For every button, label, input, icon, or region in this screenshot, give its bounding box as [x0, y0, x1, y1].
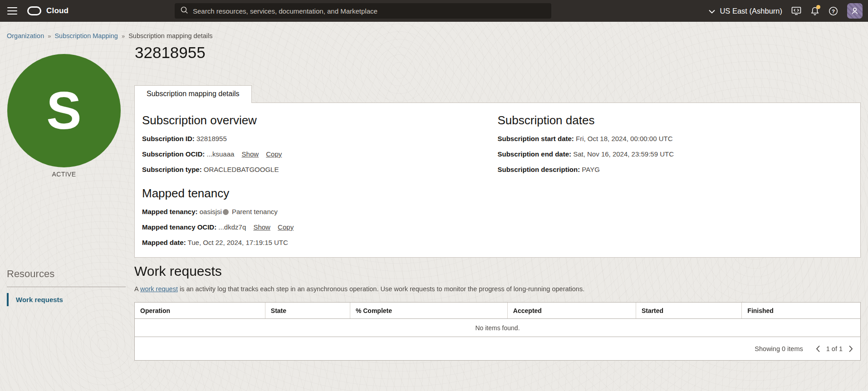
dates-heading: Subscription dates: [498, 113, 853, 127]
field-subscription-type: Subscription type: ORACLEDBATGOOGLE: [142, 166, 483, 173]
show-tenancy-ocid-link[interactable]: Show: [253, 223, 270, 231]
subscription-description-value: PAYG: [582, 166, 599, 173]
column-header-state: State: [265, 303, 350, 318]
column-header-operation: Operation: [135, 303, 265, 318]
svg-text:?: ?: [832, 8, 835, 14]
field-subscription-ocid: Subscription OCID: ...ksuaaa Show Copy: [142, 150, 483, 158]
avatar-letter: S: [46, 80, 81, 141]
column-header-started: Started: [636, 303, 742, 318]
column-header-finished: Finished: [742, 303, 860, 318]
pagination-next-icon[interactable]: [848, 345, 853, 352]
work-requests-heading: Work requests: [134, 264, 861, 279]
developer-tools-icon[interactable]: [791, 6, 801, 15]
copy-ocid-link[interactable]: Copy: [266, 150, 282, 158]
mapped-tenancy-heading: Mapped tenancy: [142, 186, 483, 200]
help-icon[interactable]: ?: [829, 6, 838, 16]
field-subscription-id: Subscription ID: 32818955: [142, 135, 483, 142]
notification-badge: [816, 5, 820, 9]
search-icon: [180, 6, 188, 16]
field-mapped-tenancy: Mapped tenancy: oasisjsiParent tenancy: [142, 208, 483, 215]
mapped-tenancy-value: oasisjsi: [200, 208, 222, 215]
pagination-summary: Showing 0 items: [755, 345, 803, 352]
field-subscription-description: Subscription description: PAYG: [498, 166, 853, 173]
subscription-id-value: 32818955: [196, 135, 227, 142]
top-bar: Cloud US East (Ashburn) ?: [0, 0, 868, 22]
field-end-date: Subscription end date: Sat, Nov 16, 2024…: [498, 150, 853, 158]
resources-heading: Resources: [7, 268, 126, 280]
mapped-tenancy-ocid-value: ...dkdz7q: [218, 223, 246, 231]
table-empty-message: No items found.: [135, 319, 860, 337]
search-input[interactable]: [193, 7, 546, 15]
region-label: US East (Ashburn): [720, 7, 782, 15]
table-header-row: Operation State % Complete Accepted Star…: [135, 303, 860, 319]
global-search-box[interactable]: [175, 3, 551, 19]
show-ocid-link[interactable]: Show: [242, 150, 259, 158]
breadcrumb-current: Subscription mapping details: [128, 32, 212, 39]
copy-tenancy-ocid-link[interactable]: Copy: [278, 223, 294, 231]
field-start-date: Subscription start date: Fri, Oct 18, 20…: [498, 135, 853, 142]
table-pagination: Showing 0 items 1 of 1: [135, 337, 860, 360]
column-header-accepted: Accepted: [508, 303, 636, 318]
field-mapped-tenancy-ocid: Mapped tenancy OCID: ...dkdz7q Show Copy: [142, 223, 483, 231]
hamburger-menu-icon[interactable]: [7, 7, 17, 15]
top-bar-actions: US East (Ashburn) ?: [709, 0, 863, 22]
pagination-prev-icon[interactable]: [816, 345, 820, 352]
work-requests-section: Work requests A work request is an activ…: [134, 264, 861, 361]
work-request-link[interactable]: work request: [140, 285, 178, 293]
breadcrumb-separator: »: [48, 33, 51, 39]
mapped-tenancy-suffix: Parent tenancy: [232, 208, 278, 215]
tenancy-dot-icon: [223, 209, 229, 215]
region-selector[interactable]: US East (Ashburn): [709, 7, 782, 15]
resources-divider: [7, 287, 126, 287]
work-requests-description: A work request is an activity log that t…: [134, 285, 861, 293]
page-title: 32818955: [135, 44, 206, 62]
end-date-value: Sat, Nov 16, 2024, 23:59:59 UTC: [573, 150, 674, 158]
subscription-ocid-value: ...ksuaaa: [207, 150, 235, 158]
breadcrumb-subscription-mapping[interactable]: Subscription Mapping: [54, 32, 118, 39]
breadcrumb-organization[interactable]: Organization: [7, 32, 44, 39]
work-requests-table: Operation State % Complete Accepted Star…: [134, 302, 861, 361]
pagination-page-indicator: 1 of 1: [826, 345, 843, 352]
brand-name: Cloud: [46, 6, 69, 15]
overview-heading: Subscription overview: [142, 113, 483, 127]
notifications-bell-icon[interactable]: [810, 6, 819, 16]
details-panel: Subscription overview Subscription ID: 3…: [134, 103, 861, 258]
details-section: Subscription mapping details Subscriptio…: [134, 85, 861, 258]
person-icon: [850, 6, 859, 15]
field-mapped-date: Mapped date: Tue, Oct 22, 2024, 17:19:15…: [142, 239, 483, 246]
start-date-value: Fri, Oct 18, 2024, 00:00:00 UTC: [576, 135, 672, 142]
status-badge: ACTIVE: [7, 171, 121, 178]
oracle-cloud-logo[interactable]: Cloud: [27, 6, 69, 15]
chevron-down-icon: [709, 7, 715, 15]
breadcrumb-separator: »: [122, 33, 125, 39]
tab-subscription-mapping-details[interactable]: Subscription mapping details: [134, 85, 252, 103]
resources-sidebar: Resources Work requests: [7, 268, 126, 306]
oracle-o-logo-icon: [27, 6, 41, 15]
breadcrumb: Organization » Subscription Mapping » Su…: [7, 32, 213, 39]
mapped-date-value: Tue, Oct 22, 2024, 17:19:15 UTC: [188, 239, 288, 246]
subscription-type-value: ORACLEDBATGOOGLE: [204, 166, 279, 173]
column-header-percent: % Complete: [350, 303, 508, 318]
user-avatar[interactable]: [847, 3, 863, 19]
sidebar-item-work-requests[interactable]: Work requests: [7, 293, 126, 306]
subscription-status-avatar: S: [7, 54, 121, 167]
